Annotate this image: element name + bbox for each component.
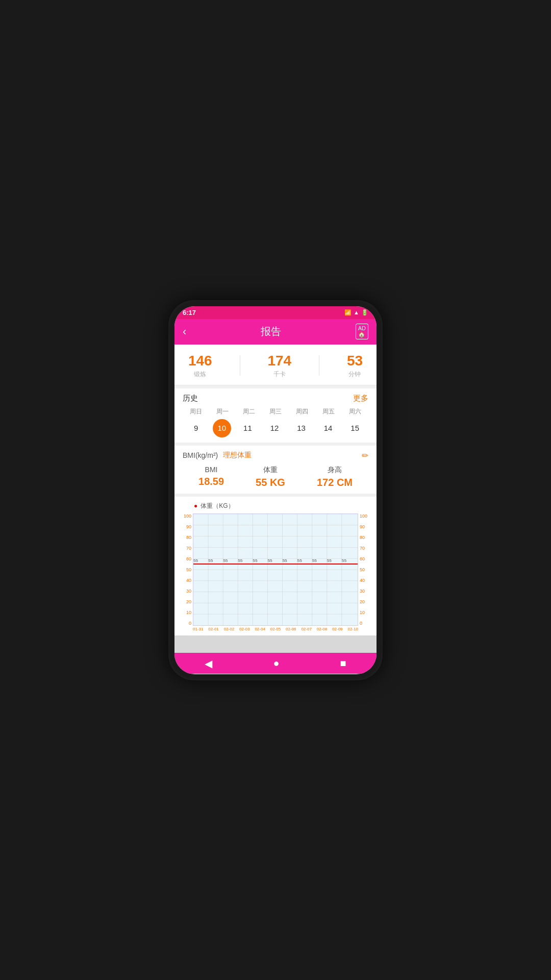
weekday-fri: 周五 bbox=[318, 407, 339, 416]
ad-button[interactable]: AD 🏠 bbox=[356, 324, 368, 339]
chart-container: 0 10 20 30 40 50 60 70 80 90 100 bbox=[179, 513, 372, 626]
svg-text:55: 55 bbox=[297, 558, 303, 563]
more-button[interactable]: 更多 bbox=[353, 394, 368, 403]
weekday-sat: 周六 bbox=[345, 407, 365, 416]
exercise-value: 146 bbox=[188, 353, 212, 369]
y-label-10: 10 bbox=[179, 610, 193, 615]
x-label-0204: 02-04 bbox=[255, 627, 265, 631]
height-value-item: 身高 172 CM bbox=[317, 465, 353, 488]
nav-stop-button[interactable]: ■ bbox=[340, 657, 346, 669]
phone-frame: 6:17 📶 ▲ 🔋 ‹ 报告 AD 🏠 146 锻炼 174 bbox=[168, 300, 383, 680]
stat-divider-2 bbox=[319, 355, 319, 376]
bmi-values: BMI 18.59 体重 55 KG 身高 172 CM bbox=[183, 465, 368, 488]
y-right-90: 90 bbox=[358, 524, 372, 529]
history-title: 历史 bbox=[183, 394, 198, 403]
weekday-row: 周日 周一 周二 周三 周四 周五 周六 bbox=[183, 407, 368, 416]
bmi-header: BMI(kg/m²) 理想体重 ✏ bbox=[183, 451, 368, 460]
back-button[interactable]: ‹ bbox=[183, 325, 186, 338]
y-label-80: 80 bbox=[179, 535, 193, 540]
minutes-label: 分钟 bbox=[347, 370, 363, 379]
bmi-title: BMI(kg/m²) bbox=[183, 451, 218, 459]
weekday-tue: 周二 bbox=[239, 407, 259, 416]
minutes-value: 53 bbox=[347, 353, 363, 369]
date-9[interactable]: 9 bbox=[186, 419, 206, 437]
y-right-20: 20 bbox=[358, 599, 372, 604]
wifi-icon: 📶 bbox=[344, 309, 352, 316]
ad-icon: 🏠 bbox=[358, 331, 365, 338]
y-right-70: 70 bbox=[358, 546, 372, 551]
bmi-value-item: BMI 18.59 bbox=[198, 465, 224, 488]
date-15[interactable]: 15 bbox=[345, 419, 365, 437]
y-axis-right: 0 10 20 30 40 50 60 70 80 90 100 bbox=[358, 513, 372, 626]
y-right-0: 0 bbox=[358, 621, 372, 626]
weight-number: 55 KG bbox=[256, 477, 285, 488]
x-label-0209: 02-09 bbox=[332, 627, 342, 631]
x-label-0206: 02-06 bbox=[286, 627, 296, 631]
weekday-thu: 周四 bbox=[292, 407, 312, 416]
y-label-20: 20 bbox=[179, 599, 193, 604]
bmi-edit-button[interactable]: ✏ bbox=[362, 451, 368, 460]
x-axis: 01-31 02-01 02-02 02-03 02-04 02-05 02-0… bbox=[179, 627, 372, 631]
date-row: 9 10 11 12 13 14 15 bbox=[183, 419, 368, 437]
y-axis-left: 0 10 20 30 40 50 60 70 80 90 100 bbox=[179, 513, 193, 626]
minutes-stat: 53 分钟 bbox=[347, 353, 363, 379]
calories-label: 千卡 bbox=[267, 370, 291, 379]
bmi-number: 18.59 bbox=[198, 476, 224, 487]
y-right-50: 50 bbox=[358, 567, 372, 572]
weight-label: 体重 bbox=[256, 465, 285, 475]
x-label-0131: 01-31 bbox=[193, 627, 203, 631]
bmi-value-label: BMI bbox=[198, 465, 224, 474]
date-14[interactable]: 14 bbox=[318, 419, 338, 437]
date-13[interactable]: 13 bbox=[291, 419, 312, 437]
x-label-0205: 02-05 bbox=[270, 627, 281, 631]
y-right-30: 30 bbox=[358, 589, 372, 594]
svg-text:55: 55 bbox=[312, 558, 317, 563]
x-label-0210: 02-10 bbox=[347, 627, 358, 631]
height-label: 身高 bbox=[317, 465, 353, 475]
weight-value-item: 体重 55 KG bbox=[256, 465, 285, 488]
date-11[interactable]: 11 bbox=[237, 419, 258, 437]
exercise-label: 锻炼 bbox=[188, 370, 212, 379]
y-label-70: 70 bbox=[179, 546, 193, 551]
svg-text:55: 55 bbox=[223, 558, 228, 563]
calories-stat: 174 千卡 bbox=[267, 353, 291, 379]
stat-divider-1 bbox=[240, 355, 240, 376]
y-right-80: 80 bbox=[358, 535, 372, 540]
svg-text:55: 55 bbox=[238, 558, 243, 563]
y-label-100: 100 bbox=[179, 513, 193, 519]
date-10-active[interactable]: 10 bbox=[213, 419, 231, 437]
bmi-ideal-label: 理想体重 bbox=[223, 451, 252, 460]
status-time: 6:17 bbox=[183, 309, 196, 316]
nav-back-button[interactable]: ◀ bbox=[205, 657, 212, 670]
bottom-nav: ◀ ● ■ bbox=[174, 653, 377, 674]
y-right-40: 40 bbox=[358, 578, 372, 583]
svg-text:55: 55 bbox=[327, 558, 332, 563]
svg-text:55: 55 bbox=[193, 558, 198, 563]
y-right-10: 10 bbox=[358, 610, 372, 615]
history-section: 历史 更多 周日 周一 周二 周三 周四 周五 周六 9 10 11 12 13… bbox=[174, 388, 377, 443]
bmi-section: BMI(kg/m²) 理想体重 ✏ BMI 18.59 体重 55 KG 身高 … bbox=[174, 446, 377, 494]
y-right-60: 60 bbox=[358, 556, 372, 561]
chart-legend: ● 体重（KG） bbox=[179, 502, 372, 510]
nav-home-button[interactable]: ● bbox=[273, 657, 279, 669]
svg-text:55: 55 bbox=[267, 558, 272, 563]
chart-svg: 55 55 55 55 55 55 55 55 55 55 55 bbox=[193, 514, 358, 625]
svg-text:55: 55 bbox=[208, 558, 213, 563]
chart-area: 55 55 55 55 55 55 55 55 55 55 55 bbox=[193, 513, 358, 626]
y-label-30: 30 bbox=[179, 589, 193, 594]
y-label-0: 0 bbox=[179, 621, 193, 626]
ad-label: AD bbox=[358, 325, 366, 331]
chart-section: ● 体重（KG） 0 10 20 30 40 50 60 70 80 90 10… bbox=[174, 497, 377, 635]
svg-text:55: 55 bbox=[342, 558, 347, 563]
date-12[interactable]: 12 bbox=[264, 419, 285, 437]
status-icons: 📶 ▲ 🔋 bbox=[344, 309, 368, 316]
legend-dot-icon: ● bbox=[194, 502, 197, 509]
x-label-0203: 02-03 bbox=[239, 627, 249, 631]
y-right-100: 100 bbox=[358, 513, 372, 519]
y-label-50: 50 bbox=[179, 567, 193, 572]
y-label-60: 60 bbox=[179, 556, 193, 561]
exercise-stat: 146 锻炼 bbox=[188, 353, 212, 379]
phone-screen: 6:17 📶 ▲ 🔋 ‹ 报告 AD 🏠 146 锻炼 174 bbox=[174, 306, 377, 674]
height-number: 172 CM bbox=[317, 477, 353, 488]
gray-area bbox=[174, 635, 377, 653]
